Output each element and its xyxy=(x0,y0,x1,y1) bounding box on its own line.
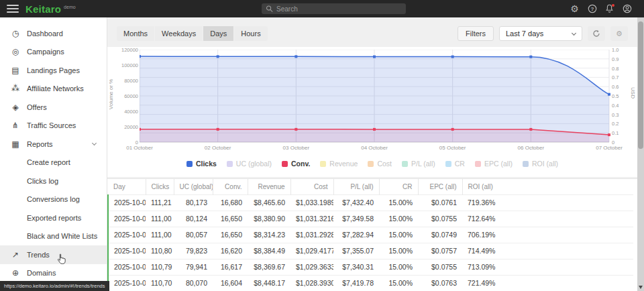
y-tick-right: 1.0 xyxy=(612,47,619,53)
column-header-day[interactable]: Day xyxy=(108,179,146,194)
legend-item-clicks[interactable]: Clicks xyxy=(186,160,217,168)
help-icon[interactable]: ? xyxy=(587,4,597,14)
column-header-uc-global[interactable]: UC (global) xyxy=(174,179,213,194)
cell-conv: 16,680 xyxy=(213,194,248,211)
legend-label: Clicks xyxy=(196,160,217,168)
cell-conv: 16,650 xyxy=(213,227,248,243)
legend-item-conv[interactable]: Conv. xyxy=(282,160,310,168)
period-tabs: MonthsWeekdaysDaysHours xyxy=(117,26,268,41)
cell-p-l-all: $7,349.58 xyxy=(333,211,379,227)
y-tick-right: 0.2 xyxy=(612,121,619,127)
cell-roi-all: 706.19% xyxy=(462,227,633,243)
legend-swatch xyxy=(402,161,408,167)
refresh-button[interactable] xyxy=(588,26,605,41)
cell-epc-all: $0.0761 xyxy=(418,194,462,211)
sidebar-item-dashboard[interactable]: ◷Dashboard xyxy=(0,24,107,43)
cell-p-l-all: $7,282.94 xyxy=(333,227,379,243)
legend-label: P/L (all) xyxy=(411,160,435,168)
legend-item-roi-all[interactable]: ROI (all) xyxy=(523,160,558,168)
date-range-select[interactable]: Last 7 days xyxy=(499,26,582,41)
y-tick-left: 40000 xyxy=(124,109,138,115)
cell-cost: $1,031.3216 xyxy=(290,211,333,227)
legend-swatch xyxy=(282,161,288,167)
sidebar-item-exported-reports[interactable]: Exported reports xyxy=(0,209,107,227)
cell-clicks: 111,00 xyxy=(146,211,174,227)
filters-button[interactable]: Filters xyxy=(458,26,494,41)
legend-item-uc-global[interactable]: UC (global) xyxy=(227,160,272,168)
sidebar-item-landings-pages[interactable]: ▤Landings Pages xyxy=(0,61,107,80)
cell-uc-global: 79,941 xyxy=(174,259,213,275)
sidebar-item-conversions-log[interactable]: Conversions log xyxy=(0,190,107,209)
cell-conv: 16,650 xyxy=(213,211,248,227)
cell-clicks: 111,00 xyxy=(146,227,174,243)
domains-icon: ⊕ xyxy=(10,268,21,278)
sidebar-item-label: Exported reports xyxy=(27,214,81,222)
column-header-cost[interactable]: Cost xyxy=(290,179,333,194)
y-tick-right: 0.3 xyxy=(612,112,619,118)
column-header-epc-all[interactable]: EPC (all) xyxy=(418,179,462,194)
column-header-roi-all[interactable]: ROI (all) xyxy=(462,179,633,194)
search-input[interactable] xyxy=(276,5,402,13)
column-header-revenue[interactable]: Revenue xyxy=(248,179,290,194)
cell-revenue: $8,380.90 xyxy=(248,211,290,227)
cell-roi-all: 714.49% xyxy=(462,243,633,259)
cell-cr: 15.00% xyxy=(379,259,418,275)
cell-uc-global: 80,057 xyxy=(174,227,213,243)
menu-icon[interactable] xyxy=(7,5,19,13)
chart-settings-button[interactable]: ⚙ xyxy=(610,26,628,41)
cell-revenue: $8,448.17 xyxy=(248,275,290,291)
column-header-conv[interactable]: Conv. xyxy=(213,179,248,194)
legend-item-cr[interactable]: CR xyxy=(445,160,465,168)
chevron-down-icon xyxy=(572,30,576,35)
settings-icon[interactable]: ⚙ xyxy=(570,4,580,14)
legend-item-p-l-all[interactable]: P/L (all) xyxy=(402,160,435,168)
chart-legend: ClicksUC (global)Conv.RevenueCostP/L (al… xyxy=(107,160,637,168)
sidebar-item-offers[interactable]: ◈Offers xyxy=(0,98,107,117)
sidebar-item-clicks-log[interactable]: Clicks log xyxy=(0,172,107,190)
cell-conv: 16,617 xyxy=(213,259,248,275)
sidebar-item-label: Conversions log xyxy=(27,195,80,203)
legend-item-epc-all[interactable]: EPC (all) xyxy=(475,160,513,168)
sidebar-item-create-report[interactable]: Create report xyxy=(0,154,107,172)
sidebar-item-domains[interactable]: ⊕Domains xyxy=(0,264,107,283)
legend-swatch xyxy=(475,161,481,167)
legend-label: ROI (all) xyxy=(532,160,558,168)
scrollbar-thumb[interactable] xyxy=(638,21,643,149)
cell-p-l-all: $7,355.07 xyxy=(333,243,379,259)
cell-revenue: $8,384.49 xyxy=(248,243,290,259)
legend-swatch xyxy=(320,161,326,167)
legend-swatch xyxy=(186,161,193,167)
legend-item-cost[interactable]: Cost xyxy=(368,160,392,168)
legend-label: CR xyxy=(455,160,465,168)
tab-weekdays[interactable]: Weekdays xyxy=(155,26,203,41)
sidebar-item-traffic-sources[interactable]: ⋔Traffic Sources xyxy=(0,117,107,135)
scrollbar-down-arrow[interactable] xyxy=(639,286,643,289)
column-header-cr[interactable]: CR xyxy=(379,179,418,194)
sidebar-item-reports[interactable]: ▦Reports xyxy=(0,135,107,154)
sidebar-item-trends[interactable]: ↗Trends xyxy=(0,245,107,264)
tab-hours[interactable]: Hours xyxy=(234,26,267,41)
brand-logo[interactable]: Keitaro xyxy=(25,3,61,15)
profile-icon[interactable] xyxy=(622,4,632,14)
sidebar-item-label: Domains xyxy=(27,269,56,277)
search-box[interactable] xyxy=(262,3,406,14)
y-tick-right: 0.8 xyxy=(612,66,619,72)
cell-roi-all: 713.09% xyxy=(462,259,633,275)
column-header-clicks[interactable]: Clicks xyxy=(146,179,174,194)
sidebar-item-label: Clicks log xyxy=(27,177,58,185)
tab-days[interactable]: Days xyxy=(203,26,233,41)
column-header-p-l-all[interactable]: P/L (all) xyxy=(333,179,379,194)
cell-roi-all: 721.49% xyxy=(462,275,633,291)
legend-swatch xyxy=(523,161,529,167)
table-row: 2025-10-01111,2180,17316,680$8,465.60$1,… xyxy=(108,194,633,211)
dashboard-icon: ◷ xyxy=(10,29,21,38)
vertical-scrollbar[interactable] xyxy=(637,17,644,291)
trend-chart[interactable] xyxy=(140,50,610,146)
notifications-icon[interactable] xyxy=(604,4,614,14)
sidebar-item-campaigns[interactable]: ◎Campaigns xyxy=(0,43,107,62)
sidebar-item-black-and-white-lists[interactable]: Black and White Lists xyxy=(0,227,107,246)
tab-months[interactable]: Months xyxy=(117,26,154,41)
sidebar-item-affiliate-networks[interactable]: ⁂Affiliate Networks xyxy=(0,80,107,99)
sidebar-item-label: Offers xyxy=(27,103,47,111)
legend-item-revenue[interactable]: Revenue xyxy=(320,160,358,168)
